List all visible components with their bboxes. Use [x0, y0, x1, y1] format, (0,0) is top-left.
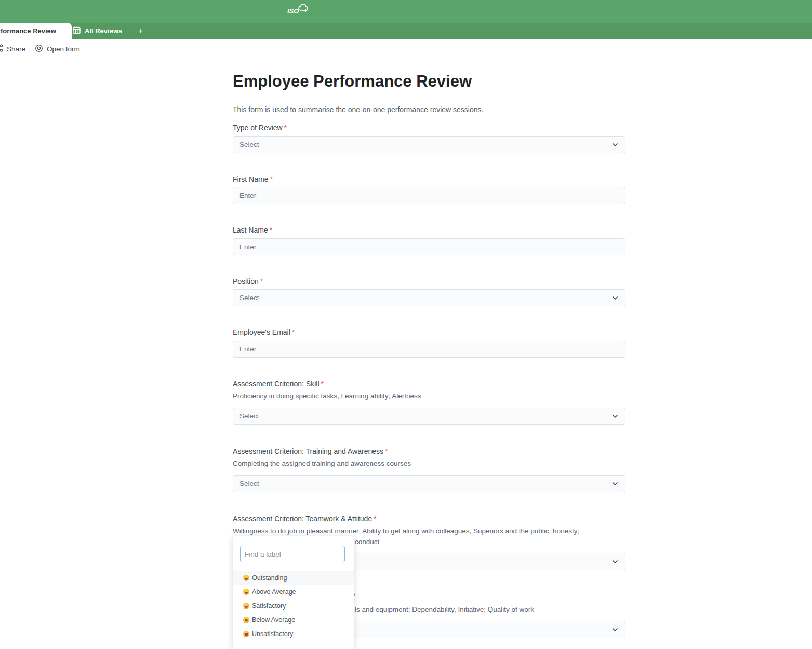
- type-of-review-select[interactable]: Select: [233, 136, 625, 153]
- emoji-smiling-icon: [243, 603, 249, 609]
- option-above-average[interactable]: Above Average: [233, 585, 354, 599]
- chevron-down-icon: [611, 480, 619, 488]
- share-label: Share: [7, 45, 25, 53]
- chevron-down-icon: [611, 413, 619, 420]
- option-label: Satisfactory: [252, 602, 286, 610]
- last-name-input[interactable]: Enter: [233, 238, 625, 255]
- required-mark: *: [374, 515, 376, 523]
- required-mark: *: [321, 380, 324, 388]
- open-form-button[interactable]: Open form: [35, 44, 80, 54]
- required-mark: *: [385, 447, 388, 455]
- field-label-teamwork-attitude: Assessment Criterion: Teamwork & Attitud…: [233, 515, 377, 523]
- emoji-laughing-icon: [243, 575, 249, 581]
- add-tab-label: +: [138, 26, 143, 36]
- field-label-last-name: Last Name*: [233, 226, 272, 234]
- option-label: Above Average: [252, 588, 296, 596]
- chevron-down-icon: [611, 141, 619, 148]
- field-desc-skill: Proficiency in doing specific tasks, Lea…: [233, 392, 421, 400]
- top-header-bar: ISO: [0, 0, 812, 23]
- field-desc-training-awareness: Completing the assigned training and awa…: [233, 459, 411, 467]
- input-placeholder: Enter: [239, 192, 619, 199]
- form-title: Employee Performance Review: [233, 72, 472, 91]
- app-logo: ISO: [287, 5, 311, 17]
- position-select[interactable]: Select: [233, 289, 625, 306]
- select-placeholder: Select: [239, 480, 611, 488]
- chevron-down-icon: [611, 558, 619, 565]
- table-grid-icon: [73, 26, 81, 36]
- text-cursor: [244, 549, 244, 559]
- page: ISO Performance Review All Reviews: [0, 0, 812, 649]
- option-outstanding[interactable]: Outstanding: [233, 571, 354, 585]
- table-tab-bar: Performance Review All Reviews +: [0, 23, 812, 39]
- label-options-list: Outstanding Above Average Satisfactory B…: [233, 571, 354, 641]
- option-below-average[interactable]: Below Average: [233, 613, 354, 627]
- tab-all-reviews[interactable]: All Reviews: [73, 23, 122, 39]
- emoji-grinning-icon: [243, 589, 249, 595]
- label-picker-dropdown: Outstanding Above Average Satisfactory B…: [233, 536, 354, 649]
- cloud-plus-icon: [299, 5, 311, 17]
- option-label: Outstanding: [252, 574, 287, 582]
- select-placeholder: Select: [239, 294, 611, 302]
- share-button[interactable]: Share: [0, 44, 25, 53]
- find-label-search-input[interactable]: [240, 546, 345, 562]
- employees-email-input[interactable]: Enter: [233, 341, 625, 358]
- field-label-employees-email: Employee's Email*: [233, 328, 295, 336]
- required-mark: *: [292, 328, 295, 336]
- share-icon: [0, 44, 3, 53]
- circle-dot-icon: [35, 44, 43, 54]
- select-placeholder: Select: [239, 412, 611, 420]
- first-name-input[interactable]: Enter: [233, 187, 625, 204]
- open-form-label: Open form: [47, 45, 80, 53]
- tab-all-reviews-label: All Reviews: [85, 27, 122, 35]
- required-mark: *: [270, 226, 272, 234]
- form-description: This form is used to summarise the one-o…: [233, 105, 483, 114]
- required-mark: *: [284, 124, 287, 132]
- option-unsatisfactory[interactable]: Unsatisfactory: [233, 627, 354, 641]
- tab-performance-review[interactable]: Performance Review: [0, 23, 72, 39]
- field-label-type-of-review: Type of Review*: [233, 124, 287, 132]
- emoji-frowning-icon: [243, 617, 249, 623]
- training-awareness-select[interactable]: Select: [233, 475, 625, 492]
- field-label-first-name: First Name*: [233, 175, 273, 183]
- required-mark: *: [260, 277, 263, 286]
- emoji-sad-icon: [243, 631, 249, 637]
- field-desc-work-quality: ls and equipment; Dependability, Initiat…: [355, 605, 534, 613]
- skill-select[interactable]: Select: [233, 408, 625, 425]
- chevron-down-icon: [611, 626, 619, 633]
- field-label-position: Position*: [233, 277, 263, 286]
- input-placeholder: Enter: [239, 345, 619, 353]
- add-tab-button[interactable]: +: [138, 23, 143, 39]
- option-label: Unsatisfactory: [252, 630, 293, 638]
- select-placeholder: Select: [239, 141, 611, 148]
- field-label-training-awareness: Assessment Criterion: Training and Aware…: [233, 447, 388, 455]
- view-toolbar: Share Open form: [0, 39, 812, 58]
- chevron-down-icon: [611, 294, 619, 302]
- tab-performance-review-label: Performance Review: [0, 27, 56, 35]
- option-satisfactory[interactable]: Satisfactory: [233, 599, 354, 613]
- input-placeholder: Enter: [239, 243, 619, 251]
- required-mark: *: [270, 175, 272, 183]
- field-label-skill: Assessment Criterion: Skill*: [233, 380, 324, 388]
- field-desc-teamwork-line1: Willingness to do job in pleasant manner…: [233, 527, 579, 535]
- option-label: Below Average: [252, 616, 295, 624]
- field-desc-teamwork-line2: conduct: [355, 538, 379, 546]
